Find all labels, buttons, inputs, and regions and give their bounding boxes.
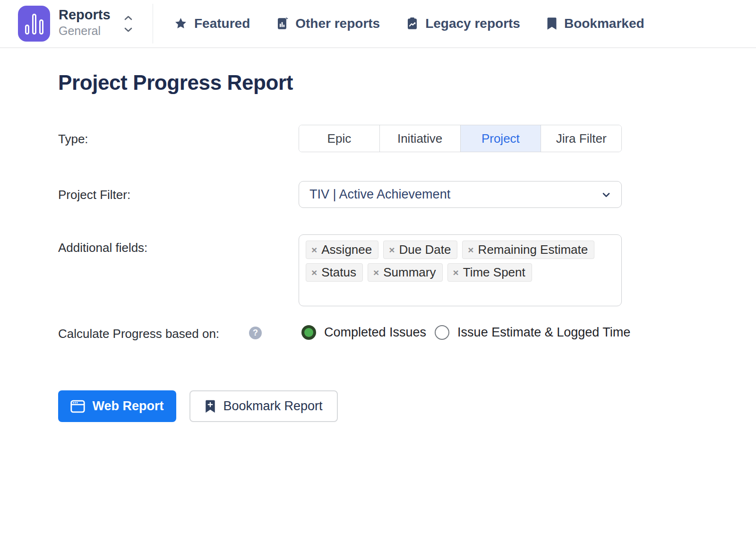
app-title: Reports <box>59 7 111 23</box>
bookmark-icon <box>546 17 558 30</box>
type-option-project[interactable]: Project <box>460 125 541 152</box>
chevron-up-icon <box>124 14 132 22</box>
chevron-down-icon <box>124 26 132 34</box>
type-option-jira-filter[interactable]: Jira Filter <box>541 125 621 152</box>
remove-chip-icon[interactable]: × <box>311 245 317 255</box>
nav-item-bookmarked[interactable]: Bookmarked <box>546 16 644 31</box>
web-report-label: Web Report <box>92 399 163 414</box>
nav-item-label: Bookmarked <box>564 16 644 31</box>
remove-chip-icon[interactable]: × <box>453 267 459 277</box>
bookmark-report-label: Bookmark Report <box>223 399 322 414</box>
radio-option-issue-estimate[interactable]: Issue Estimate & Logged Time <box>435 325 630 340</box>
reports-app-logo[interactable] <box>18 6 50 42</box>
top-navbar: Reports General Featured <box>0 0 756 48</box>
chip-label: Status <box>321 265 356 280</box>
field-chip: × Assignee <box>306 241 378 259</box>
field-chip: × Due Date <box>383 241 457 259</box>
star-icon <box>174 17 188 30</box>
app-title-block: Reports General <box>59 7 111 38</box>
project-filter-value: TIV | Active Achievement <box>309 187 450 202</box>
page-title: Project Progress Report <box>58 71 293 95</box>
web-report-button[interactable]: Web Report <box>58 390 176 422</box>
chevron-down-icon <box>601 189 612 200</box>
type-label: Type: <box>58 132 88 147</box>
additional-fields-label: Additional fields: <box>58 241 147 255</box>
type-option-initiative[interactable]: Initiative <box>379 125 460 152</box>
bookmark-plus-icon <box>205 399 216 414</box>
app-subtitle: General <box>59 24 111 38</box>
remove-chip-icon[interactable]: × <box>468 245 473 255</box>
remove-chip-icon[interactable]: × <box>389 245 395 255</box>
radio-option-completed-issues[interactable]: Completed Issues <box>301 325 426 340</box>
nav-item-other-reports[interactable]: Other reports <box>276 16 380 31</box>
type-option-epic[interactable]: Epic <box>299 125 379 152</box>
remove-chip-icon[interactable]: × <box>311 267 317 277</box>
field-chip: × Time Spent <box>447 263 532 282</box>
calculate-progress-label: Calculate Progress based on: <box>58 327 219 341</box>
progress-radio-group: Completed Issues Issue Estimate & Logged… <box>301 325 630 340</box>
chip-label: Due Date <box>399 242 451 257</box>
app-switcher-control[interactable] <box>124 14 132 34</box>
bookmark-report-button[interactable]: Bookmark Report <box>189 390 338 422</box>
header-nav: Featured Other reports Legacy reports Bo… <box>174 0 644 47</box>
help-icon[interactable]: ? <box>249 327 262 339</box>
project-filter-label: Project Filter: <box>58 188 130 202</box>
header-divider <box>153 4 153 43</box>
nav-item-label: Featured <box>194 16 250 31</box>
reports-app: Reports General Featured <box>0 0 756 552</box>
nav-item-featured[interactable]: Featured <box>174 16 250 31</box>
field-chip: × Remaining Estimate <box>462 241 594 259</box>
legacy-report-icon <box>406 17 419 30</box>
radio-unselected-icon[interactable] <box>435 325 449 340</box>
chip-label: Assignee <box>321 242 372 257</box>
browser-window-icon <box>70 400 85 413</box>
remove-chip-icon[interactable]: × <box>373 267 379 277</box>
radio-selected-icon[interactable] <box>301 325 316 340</box>
chip-label: Summary <box>383 265 436 280</box>
chip-label: Remaining Estimate <box>478 242 588 257</box>
chip-label: Time Spent <box>463 265 525 280</box>
nav-item-label: Other reports <box>295 16 380 31</box>
additional-fields-multiselect[interactable]: × Assignee × Due Date × Remaining Estima… <box>299 234 622 306</box>
project-filter-select[interactable]: TIV | Active Achievement <box>299 181 622 208</box>
nav-item-label: Legacy reports <box>425 16 520 31</box>
radio-label: Completed Issues <box>324 325 426 340</box>
type-segmented-control: Epic Initiative Project Jira Filter <box>299 125 622 152</box>
nav-item-legacy-reports[interactable]: Legacy reports <box>406 16 520 31</box>
bar-chart-icon <box>25 14 43 34</box>
field-chip: × Summary <box>368 263 443 282</box>
radio-label: Issue Estimate & Logged Time <box>457 325 630 340</box>
field-chip: × Status <box>306 263 363 282</box>
report-file-icon <box>276 17 289 30</box>
